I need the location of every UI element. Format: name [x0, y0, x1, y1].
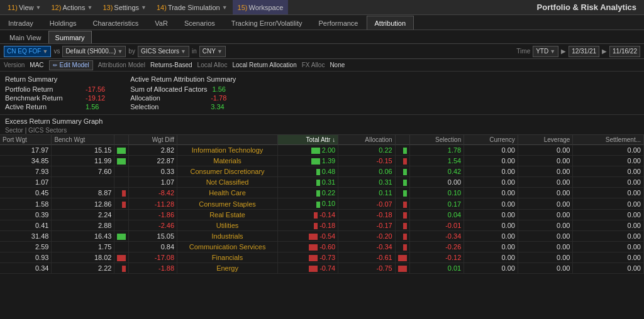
sector-selector[interactable]: GICS Sectors ▼ [138, 46, 189, 57]
wgt-diff-cell: -1.88 [129, 263, 177, 274]
benchmark-selector[interactable]: Default (SH000...) ▼ [62, 46, 126, 57]
return-summary-title: Return Summary [5, 75, 105, 83]
tab-characteristics[interactable]: Characteristics [85, 16, 147, 30]
wgt-diff-cell: -1.86 [129, 209, 177, 220]
port-wgt-cell: 0.41 [0, 220, 52, 230]
menu-trade-simulation[interactable]: 14) Trade Simulation ▼ [152, 0, 233, 14]
port-wgt-cell: 34.85 [0, 156, 52, 166]
leverage-cell: 0.00 [518, 188, 573, 198]
wgt-diff-cell: -8.42 [129, 188, 177, 198]
sector-name-cell: Consumer Staples [177, 198, 278, 209]
table-row[interactable]: 2.59 1.75 0.84 Communication Services -0… [0, 241, 644, 252]
table-row[interactable]: 1.58 12.86 -11.28 Consumer Staples 0.10 … [0, 198, 644, 209]
wgt-diff-cell: 2.82 [129, 145, 177, 156]
vs-label: vs [53, 48, 60, 55]
allocation-cell: 0.11 [338, 188, 395, 198]
col-wgt-diff[interactable]: Wgt Diff [129, 135, 177, 145]
table-row[interactable]: 0.41 2.88 -2.46 Utilities -0.18 -0.17 -0… [0, 220, 644, 230]
currency-selector[interactable]: CNY ▼ [199, 46, 226, 57]
wgt-bar-cell [114, 188, 129, 198]
date-to[interactable]: 11/16/22 [609, 46, 640, 57]
table-row[interactable]: 0.45 8.87 -8.42 Health Care 0.22 0.11 0.… [0, 188, 644, 198]
table-row[interactable]: 1.07 1.07 Not Classified 0.31 0.31 0.00 … [0, 177, 644, 188]
settlement-cell: 0.00 [573, 198, 644, 209]
port-wgt-cell: 1.07 [0, 177, 52, 188]
wgt-bar-cell [114, 198, 129, 209]
selection-label: Selection [130, 103, 206, 111]
tab-row-sub: Main View Summary [0, 30, 644, 44]
currency-cell: 0.00 [464, 156, 518, 166]
col-wgt-bar [114, 135, 129, 145]
tab-performance[interactable]: Performance [311, 16, 367, 30]
table-row[interactable]: 0.34 2.22 -1.88 Energy -0.74 -0.75 0.01 … [0, 263, 644, 274]
menu-view[interactable]: 11) View ▼ [3, 0, 46, 14]
col-total-attr[interactable]: Total Attr ↓ [278, 135, 338, 145]
leverage-cell: 0.00 [518, 263, 573, 274]
leverage-cell: 0.00 [518, 177, 573, 188]
table-row[interactable]: 0.39 2.24 -1.86 Real Estate -0.14 -0.18 … [0, 209, 644, 220]
portfolio-selector[interactable]: CN EQ FOF ▼ [4, 46, 51, 57]
col-bench-wgt[interactable]: Bench Wgt [52, 135, 114, 145]
sum-allocated-label: Sum of Allocated Factors [130, 85, 207, 93]
portfolio-return-row: Portfolio Return -17.56 [5, 85, 105, 93]
total-attr-cell: -0.14 [278, 209, 338, 220]
port-wgt-cell: 2.59 [0, 241, 52, 252]
tab-attribution[interactable]: Attribution [367, 16, 414, 30]
leverage-cell: 0.00 [518, 198, 573, 209]
col-allocation[interactable]: Allocation [338, 135, 395, 145]
tab-var[interactable]: VaR [147, 16, 176, 30]
menu-workspace[interactable]: 15) Workspace [233, 0, 289, 14]
settlement-cell: 0.00 [573, 209, 644, 220]
col-settlement[interactable]: Settlement... [573, 135, 644, 145]
col-alloc-bar [395, 135, 409, 145]
col-leverage[interactable]: Leverage [518, 135, 573, 145]
wgt-diff-cell: 0.84 [129, 241, 177, 252]
wgt-bar-cell [114, 156, 129, 166]
selection-cell: -0.12 [409, 252, 464, 262]
alloc-bar-cell [395, 263, 409, 274]
col-currency[interactable]: Currency [464, 135, 518, 145]
edit-model-button[interactable]: ✏ Edit Model [49, 60, 93, 70]
total-attr-cell: -0.73 [278, 252, 338, 262]
wgt-diff-cell: 15.05 [129, 230, 177, 241]
tab-summary[interactable]: Summary [48, 31, 92, 43]
attribution-table: Port Wgt Bench Wgt Wgt Diff Total Attr ↓… [0, 135, 644, 274]
tab-tracking-error[interactable]: Tracking Error/Volatility [223, 16, 311, 30]
active-return-row: Active Return 1.56 [5, 103, 105, 111]
col-port-wgt[interactable]: Port Wgt [0, 135, 52, 145]
table-row[interactable]: 7.93 7.60 0.33 Consumer Discretionary 0.… [0, 166, 644, 177]
settlement-cell: 0.00 [573, 252, 644, 262]
bench-wgt-cell: 12.86 [52, 198, 114, 209]
port-wgt-cell: 0.34 [0, 263, 52, 274]
date-from[interactable]: 12/31/21 [569, 46, 599, 57]
bench-wgt-cell: 1.75 [52, 241, 114, 252]
alloc-bar-cell [395, 145, 409, 156]
menu-actions[interactable]: 12) Actions ▼ [46, 0, 97, 14]
menu-settings[interactable]: 13) Settings ▼ [97, 0, 152, 14]
table-row[interactable]: 0.93 18.02 -17.08 Financials -0.73 -0.61… [0, 252, 644, 262]
sector-name-cell: Utilities [177, 220, 278, 230]
tab-row-main: Intraday Holdings Characteristics VaR Sc… [0, 15, 644, 30]
tab-intraday[interactable]: Intraday [0, 16, 42, 30]
attribution-model-label: Attribution Model [98, 62, 145, 68]
settlement-cell: 0.00 [573, 156, 644, 166]
local-alloc-value: Local Return Allocation [232, 62, 296, 68]
period-selector[interactable]: YTD ▼ [533, 46, 558, 57]
settlement-cell: 0.00 [573, 177, 644, 188]
tab-holdings[interactable]: Holdings [42, 16, 85, 30]
tab-scenarios[interactable]: Scenarios [176, 16, 223, 30]
table-row[interactable]: 31.48 16.43 15.05 Industrials -0.54 -0.2… [0, 230, 644, 241]
in-label: in [192, 48, 197, 55]
allocation-cell: -0.75 [338, 263, 395, 274]
settlement-cell: 0.00 [573, 241, 644, 252]
sector-name-cell: Financials [177, 252, 278, 262]
wgt-bar-cell [114, 177, 129, 188]
wgt-bar-cell [114, 241, 129, 252]
bench-wgt-cell: 11.99 [52, 156, 114, 166]
tab-main-view[interactable]: Main View [3, 31, 48, 43]
col-selection[interactable]: Selection [409, 135, 464, 145]
table-row[interactable]: 17.97 15.15 2.82 Information Technology … [0, 145, 644, 156]
table-row[interactable]: 34.85 11.99 22.87 Materials 1.39 -0.15 1… [0, 156, 644, 166]
allocation-cell: -0.18 [338, 209, 395, 220]
settlement-cell: 0.00 [573, 220, 644, 230]
